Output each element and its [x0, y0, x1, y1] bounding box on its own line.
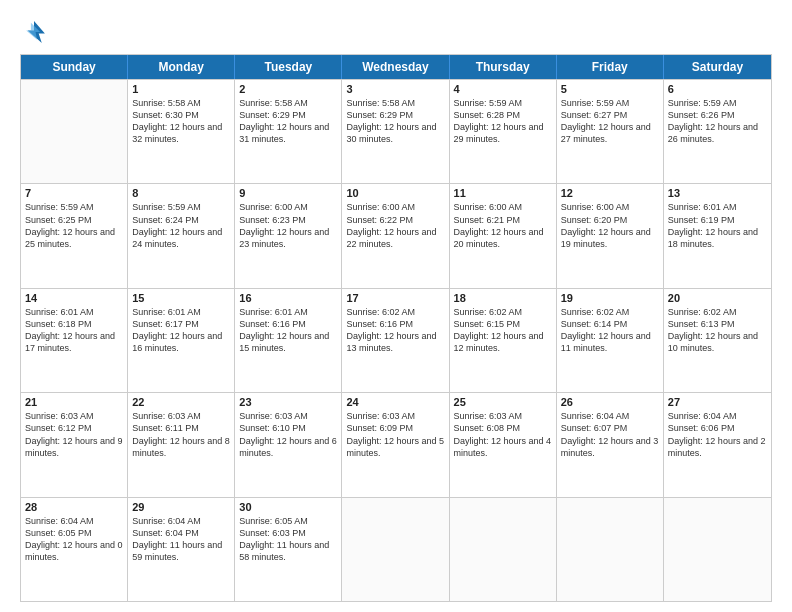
day-number: 2	[239, 83, 337, 95]
calendar-cell: 28Sunrise: 6:04 AMSunset: 6:05 PMDayligh…	[21, 498, 128, 601]
day-number: 11	[454, 187, 552, 199]
day-info: Sunrise: 6:03 AMSunset: 6:08 PMDaylight:…	[454, 410, 552, 459]
day-info: Sunrise: 6:05 AMSunset: 6:03 PMDaylight:…	[239, 515, 337, 564]
day-info: Sunrise: 6:02 AMSunset: 6:15 PMDaylight:…	[454, 306, 552, 355]
day-number: 12	[561, 187, 659, 199]
day-number: 25	[454, 396, 552, 408]
day-number: 20	[668, 292, 767, 304]
day-number: 24	[346, 396, 444, 408]
day-info: Sunrise: 5:59 AMSunset: 6:25 PMDaylight:…	[25, 201, 123, 250]
day-info: Sunrise: 5:59 AMSunset: 6:26 PMDaylight:…	[668, 97, 767, 146]
day-number: 23	[239, 396, 337, 408]
day-info: Sunrise: 6:04 AMSunset: 6:04 PMDaylight:…	[132, 515, 230, 564]
calendar-cell: 15Sunrise: 6:01 AMSunset: 6:17 PMDayligh…	[128, 289, 235, 392]
weekday-header: Tuesday	[235, 55, 342, 79]
calendar-cell: 14Sunrise: 6:01 AMSunset: 6:18 PMDayligh…	[21, 289, 128, 392]
day-number: 18	[454, 292, 552, 304]
day-info: Sunrise: 6:02 AMSunset: 6:13 PMDaylight:…	[668, 306, 767, 355]
calendar-cell: 10Sunrise: 6:00 AMSunset: 6:22 PMDayligh…	[342, 184, 449, 287]
day-number: 17	[346, 292, 444, 304]
calendar-cell: 4Sunrise: 5:59 AMSunset: 6:28 PMDaylight…	[450, 80, 557, 183]
calendar-cell: 18Sunrise: 6:02 AMSunset: 6:15 PMDayligh…	[450, 289, 557, 392]
day-info: Sunrise: 6:01 AMSunset: 6:18 PMDaylight:…	[25, 306, 123, 355]
day-number: 4	[454, 83, 552, 95]
day-info: Sunrise: 6:01 AMSunset: 6:17 PMDaylight:…	[132, 306, 230, 355]
calendar-header-row: SundayMondayTuesdayWednesdayThursdayFrid…	[21, 55, 771, 79]
day-info: Sunrise: 6:04 AMSunset: 6:07 PMDaylight:…	[561, 410, 659, 459]
day-info: Sunrise: 5:59 AMSunset: 6:27 PMDaylight:…	[561, 97, 659, 146]
calendar-cell	[450, 498, 557, 601]
calendar-row: 14Sunrise: 6:01 AMSunset: 6:18 PMDayligh…	[21, 288, 771, 392]
day-info: Sunrise: 6:00 AMSunset: 6:23 PMDaylight:…	[239, 201, 337, 250]
day-info: Sunrise: 6:01 AMSunset: 6:19 PMDaylight:…	[668, 201, 767, 250]
header	[20, 18, 772, 46]
day-info: Sunrise: 6:03 AMSunset: 6:09 PMDaylight:…	[346, 410, 444, 459]
day-info: Sunrise: 6:03 AMSunset: 6:12 PMDaylight:…	[25, 410, 123, 459]
calendar-cell: 6Sunrise: 5:59 AMSunset: 6:26 PMDaylight…	[664, 80, 771, 183]
weekday-header: Friday	[557, 55, 664, 79]
day-number: 27	[668, 396, 767, 408]
day-info: Sunrise: 6:00 AMSunset: 6:22 PMDaylight:…	[346, 201, 444, 250]
day-number: 5	[561, 83, 659, 95]
day-info: Sunrise: 6:02 AMSunset: 6:16 PMDaylight:…	[346, 306, 444, 355]
calendar-cell: 8Sunrise: 5:59 AMSunset: 6:24 PMDaylight…	[128, 184, 235, 287]
calendar-cell: 22Sunrise: 6:03 AMSunset: 6:11 PMDayligh…	[128, 393, 235, 496]
weekday-header: Monday	[128, 55, 235, 79]
calendar-row: 7Sunrise: 5:59 AMSunset: 6:25 PMDaylight…	[21, 183, 771, 287]
calendar-row: 21Sunrise: 6:03 AMSunset: 6:12 PMDayligh…	[21, 392, 771, 496]
day-info: Sunrise: 5:58 AMSunset: 6:29 PMDaylight:…	[346, 97, 444, 146]
calendar-cell	[664, 498, 771, 601]
weekday-header: Thursday	[450, 55, 557, 79]
day-info: Sunrise: 5:59 AMSunset: 6:28 PMDaylight:…	[454, 97, 552, 146]
calendar-cell: 11Sunrise: 6:00 AMSunset: 6:21 PMDayligh…	[450, 184, 557, 287]
logo	[20, 18, 52, 46]
day-info: Sunrise: 6:04 AMSunset: 6:06 PMDaylight:…	[668, 410, 767, 459]
day-number: 21	[25, 396, 123, 408]
day-number: 16	[239, 292, 337, 304]
page: SundayMondayTuesdayWednesdayThursdayFrid…	[0, 0, 792, 612]
calendar-cell: 21Sunrise: 6:03 AMSunset: 6:12 PMDayligh…	[21, 393, 128, 496]
day-info: Sunrise: 6:03 AMSunset: 6:10 PMDaylight:…	[239, 410, 337, 459]
calendar-cell: 29Sunrise: 6:04 AMSunset: 6:04 PMDayligh…	[128, 498, 235, 601]
day-number: 14	[25, 292, 123, 304]
day-number: 29	[132, 501, 230, 513]
day-number: 22	[132, 396, 230, 408]
day-number: 7	[25, 187, 123, 199]
day-number: 30	[239, 501, 337, 513]
day-number: 10	[346, 187, 444, 199]
calendar-cell: 16Sunrise: 6:01 AMSunset: 6:16 PMDayligh…	[235, 289, 342, 392]
calendar-cell: 30Sunrise: 6:05 AMSunset: 6:03 PMDayligh…	[235, 498, 342, 601]
logo-icon	[20, 18, 48, 46]
calendar-cell: 26Sunrise: 6:04 AMSunset: 6:07 PMDayligh…	[557, 393, 664, 496]
day-number: 1	[132, 83, 230, 95]
calendar-cell	[557, 498, 664, 601]
day-number: 6	[668, 83, 767, 95]
calendar-body: 1Sunrise: 5:58 AMSunset: 6:30 PMDaylight…	[21, 79, 771, 601]
weekday-header: Wednesday	[342, 55, 449, 79]
day-info: Sunrise: 5:58 AMSunset: 6:30 PMDaylight:…	[132, 97, 230, 146]
calendar-cell: 27Sunrise: 6:04 AMSunset: 6:06 PMDayligh…	[664, 393, 771, 496]
calendar-cell: 9Sunrise: 6:00 AMSunset: 6:23 PMDaylight…	[235, 184, 342, 287]
day-info: Sunrise: 6:03 AMSunset: 6:11 PMDaylight:…	[132, 410, 230, 459]
day-info: Sunrise: 6:02 AMSunset: 6:14 PMDaylight:…	[561, 306, 659, 355]
calendar-cell: 24Sunrise: 6:03 AMSunset: 6:09 PMDayligh…	[342, 393, 449, 496]
day-info: Sunrise: 6:04 AMSunset: 6:05 PMDaylight:…	[25, 515, 123, 564]
day-number: 26	[561, 396, 659, 408]
calendar-cell: 23Sunrise: 6:03 AMSunset: 6:10 PMDayligh…	[235, 393, 342, 496]
calendar-cell: 19Sunrise: 6:02 AMSunset: 6:14 PMDayligh…	[557, 289, 664, 392]
calendar-cell: 13Sunrise: 6:01 AMSunset: 6:19 PMDayligh…	[664, 184, 771, 287]
calendar-cell: 1Sunrise: 5:58 AMSunset: 6:30 PMDaylight…	[128, 80, 235, 183]
day-info: Sunrise: 5:58 AMSunset: 6:29 PMDaylight:…	[239, 97, 337, 146]
day-info: Sunrise: 6:00 AMSunset: 6:21 PMDaylight:…	[454, 201, 552, 250]
calendar-cell	[342, 498, 449, 601]
calendar-cell	[21, 80, 128, 183]
calendar-cell: 2Sunrise: 5:58 AMSunset: 6:29 PMDaylight…	[235, 80, 342, 183]
day-number: 19	[561, 292, 659, 304]
day-info: Sunrise: 6:01 AMSunset: 6:16 PMDaylight:…	[239, 306, 337, 355]
calendar-cell: 5Sunrise: 5:59 AMSunset: 6:27 PMDaylight…	[557, 80, 664, 183]
calendar-cell: 12Sunrise: 6:00 AMSunset: 6:20 PMDayligh…	[557, 184, 664, 287]
calendar-row: 1Sunrise: 5:58 AMSunset: 6:30 PMDaylight…	[21, 79, 771, 183]
calendar-row: 28Sunrise: 6:04 AMSunset: 6:05 PMDayligh…	[21, 497, 771, 601]
day-number: 8	[132, 187, 230, 199]
calendar-cell: 7Sunrise: 5:59 AMSunset: 6:25 PMDaylight…	[21, 184, 128, 287]
